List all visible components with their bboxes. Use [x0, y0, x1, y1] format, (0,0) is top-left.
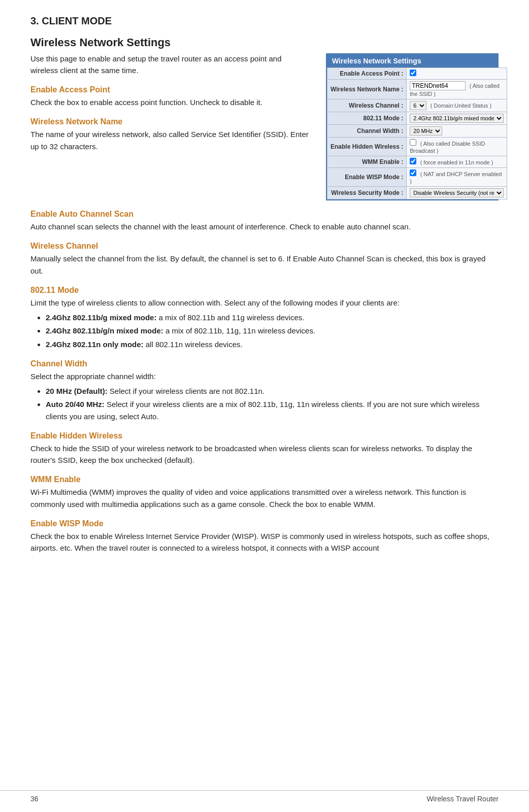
label-enable-wisp-mode: Enable WISP Mode : [327, 168, 407, 187]
settings-table-title: Wireless Network Settings [327, 54, 498, 67]
value-enable-access-point [407, 68, 507, 80]
body-wireless-channel: Manually select the channel from the lis… [30, 253, 499, 277]
list-item: 2.4Ghz 802.11n only mode: all 802.11n wi… [46, 339, 499, 350]
label-wmm-enable: WMM Enable : [327, 156, 407, 168]
value-802-11-mode: 2.4Ghz 802.11b/g/n mixed mode [407, 112, 507, 125]
list-item: 20 MHz (Default): Select if your wireles… [46, 385, 499, 397]
bullet-text: Select if your wireless clients are a mi… [46, 400, 480, 420]
table-row: Enable Access Point : [327, 68, 507, 80]
value-enable-wisp-mode: ( NAT and DHCP Server enabled ) [407, 168, 507, 187]
checkbox-enable-wisp-mode[interactable] [410, 170, 416, 176]
label-wireless-security-mode: Wireless Security Mode : [327, 187, 407, 199]
heading-802-11-mode: 802.11 Mode [30, 286, 499, 295]
table-row: Wireless Security Mode : Disable Wireles… [327, 187, 507, 199]
body-enable-hidden-wireless: Check to hide the SSID of your wireless … [30, 443, 499, 466]
bullet-text: a mix of 802.11b and 11g wireless device… [156, 313, 304, 322]
select-802-11-mode[interactable]: 2.4Ghz 802.11b/g/n mixed mode [410, 114, 504, 123]
left-content: Use this page to enable and setup the tr… [30, 53, 311, 155]
body-channel-width: Select the appropriate channel width: [30, 370, 499, 382]
section-wireless-network-name: Wireless Network Name The name of your w… [30, 117, 311, 152]
select-wireless-security-mode[interactable]: Disable Wireless Security (not recommend… [410, 188, 504, 197]
value-channel-width: 20 MHz [407, 125, 507, 138]
bullet-text: all 802.11n wireless devices. [144, 340, 243, 349]
label-wireless-channel: Wireless Channel : [327, 99, 407, 112]
body-wmm-enable: Wi-Fi Multimedia (WMM) improves the qual… [30, 486, 499, 510]
section-wireless-channel: Wireless Channel Manually select the cha… [30, 242, 499, 277]
settings-table: Enable Access Point : Wireless Network N… [327, 67, 507, 199]
intro-with-table: Use this page to enable and setup the tr… [30, 53, 499, 200]
table-row: WMM Enable : ( force enabled in 11n mode… [327, 156, 507, 168]
page-footer: 36 Wireless Travel Router [0, 790, 529, 803]
label-wireless-network-name: Wireless Network Name : [327, 80, 407, 99]
table-row: Enable Hidden Wireless : ( Also called D… [327, 138, 507, 156]
footer-page-number: 36 [30, 795, 39, 803]
note-wmm-enable: ( force enabled in 11n mode ) [420, 159, 493, 165]
section-enable-access-point: Enable Access Point Check the box to ena… [30, 85, 311, 108]
bullet-bold: 2.4Ghz 802.11n only mode: [46, 340, 144, 349]
body-enable-auto-channel-scan: Auto channel scan selects the channel wi… [30, 221, 499, 232]
chapter-heading: 3. CLIENT MODE [30, 15, 499, 27]
label-802-11-mode: 802.11 Mode : [327, 112, 407, 125]
heading-wireless-network-name: Wireless Network Name [30, 117, 311, 126]
value-wireless-channel: 6 ( Domain:United Status ) [407, 99, 507, 112]
bullets-802-11-mode: 2.4Ghz 802.11b/g mixed mode: a mix of 80… [46, 312, 499, 350]
page-title: Wireless Network Settings [30, 36, 499, 49]
label-enable-access-point: Enable Access Point : [327, 68, 407, 80]
bullet-text: a mix of 802.11b, 11g, 11n wireless devi… [163, 326, 315, 335]
bullet-bold: 20 MHz (Default): [46, 387, 108, 395]
value-enable-hidden-wireless: ( Also called Disable SSID Broadcast ) [407, 138, 507, 156]
heading-channel-width: Channel Width [30, 359, 499, 368]
list-item: 2.4Ghz 802.11b/g/n mixed mode: a mix of … [46, 325, 499, 336]
bullet-bold: Auto 20/40 MHz: [46, 400, 105, 409]
select-channel-width[interactable]: 20 MHz [410, 126, 442, 136]
bullet-bold: 2.4Ghz 802.11b/g mixed mode: [46, 313, 156, 322]
table-row: Wireless Channel : 6 ( Domain:United Sta… [327, 99, 507, 112]
table-row: Enable WISP Mode : ( NAT and DHCP Server… [327, 168, 507, 187]
body-enable-wisp-mode: Check the box to enable Wireless Interne… [30, 530, 499, 554]
value-wireless-network-name: ( Also called the SSID ) [407, 80, 507, 99]
heading-enable-access-point: Enable Access Point [30, 85, 311, 94]
heading-enable-auto-channel-scan: Enable Auto Channel Scan [30, 210, 499, 219]
section-enable-auto-channel-scan: Enable Auto Channel Scan Auto channel sc… [30, 210, 499, 232]
heading-enable-wisp-mode: Enable WISP Mode [30, 519, 499, 528]
table-row: Wireless Network Name : ( Also called th… [327, 80, 507, 99]
table-row: Channel Width : 20 MHz [327, 125, 507, 138]
label-channel-width: Channel Width : [327, 125, 407, 138]
note-enable-wisp-mode: ( NAT and DHCP Server enabled ) [410, 171, 502, 184]
heading-wmm-enable: WMM Enable [30, 475, 499, 484]
bullet-text: Select if your wireless clients are not … [108, 387, 264, 395]
intro-text: Use this page to enable and setup the tr… [30, 53, 311, 76]
body-wireless-network-name: The name of your wireless network, also … [30, 128, 311, 152]
heading-enable-hidden-wireless: Enable Hidden Wireless [30, 431, 499, 441]
label-enable-hidden-wireless: Enable Hidden Wireless : [327, 138, 407, 156]
body-802-11-mode: Limit the type of wireless clients to al… [30, 297, 499, 309]
body-enable-access-point: Check the box to enable access point fun… [30, 96, 311, 108]
select-wireless-channel[interactable]: 6 [410, 101, 426, 110]
section-enable-wisp-mode: Enable WISP Mode Check the box to enable… [30, 519, 499, 554]
table-row: 802.11 Mode : 2.4Ghz 802.11b/g/n mixed m… [327, 112, 507, 125]
bullets-channel-width: 20 MHz (Default): Select if your wireles… [46, 385, 499, 422]
checkbox-wmm-enable[interactable] [410, 158, 416, 164]
input-wireless-network-name[interactable] [410, 81, 466, 90]
list-item: 2.4Ghz 802.11b/g mixed mode: a mix of 80… [46, 312, 499, 323]
list-item: Auto 20/40 MHz: Select if your wireless … [46, 398, 499, 422]
note-enable-hidden-wireless: ( Also called Disable SSID Broadcast ) [410, 141, 485, 154]
checkbox-enable-hidden-wireless[interactable] [410, 139, 416, 146]
section-channel-width: Channel Width Select the appropriate cha… [30, 359, 499, 422]
footer-product-name: Wireless Travel Router [426, 795, 499, 803]
section-wmm-enable: WMM Enable Wi-Fi Multimedia (WMM) improv… [30, 475, 499, 510]
settings-table-panel: Wireless Network Settings Enable Access … [326, 53, 499, 200]
checkbox-enable-access-point[interactable] [410, 70, 416, 76]
value-wmm-enable: ( force enabled in 11n mode ) [407, 156, 507, 168]
heading-wireless-channel: Wireless Channel [30, 242, 499, 251]
value-wireless-security-mode: Disable Wireless Security (not recommend… [407, 187, 507, 199]
section-802-11-mode: 802.11 Mode Limit the type of wireless c… [30, 286, 499, 350]
bullet-bold: 2.4Ghz 802.11b/g/n mixed mode: [46, 326, 163, 335]
note-wireless-channel: ( Domain:United Status ) [431, 103, 491, 109]
section-enable-hidden-wireless: Enable Hidden Wireless Check to hide the… [30, 431, 499, 466]
